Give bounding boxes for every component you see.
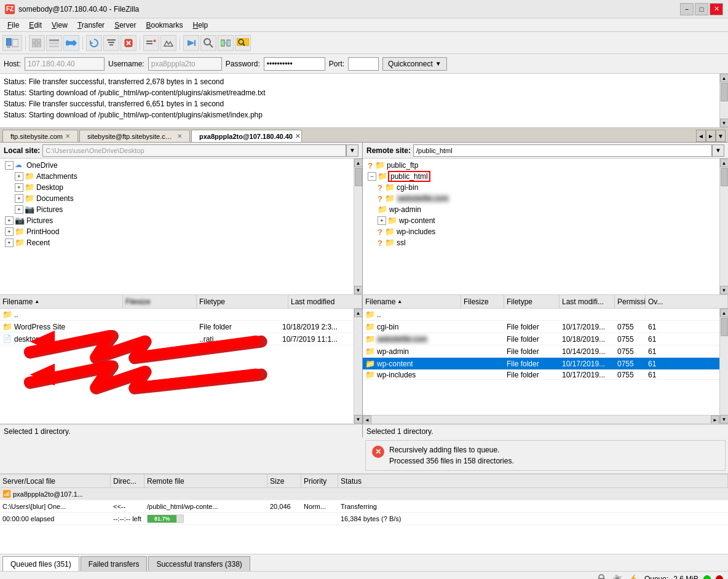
minimize-button[interactable]: − (680, 3, 694, 15)
password-input[interactable] (264, 57, 325, 71)
tab-scroll-right[interactable]: ► (706, 130, 716, 142)
toolbar-view-detail[interactable] (46, 35, 62, 51)
site-tab-2[interactable]: sitebysite@ftp.sitebysite.com@sitebysite… (79, 130, 190, 142)
tree-item-cgi-bin[interactable]: ? 📁 cgi-bin (363, 182, 719, 193)
queue-col-remote[interactable]: Remote file (144, 475, 267, 487)
remote-col-filename[interactable]: Filename ▲ (363, 295, 461, 308)
tree-item-printhood[interactable]: + 📁 PrintHood (0, 226, 354, 237)
tab-scroll-left[interactable]: ◄ (696, 130, 706, 142)
remote-tree-scroll-up[interactable]: ▲ (720, 159, 729, 167)
scroll-up-btn[interactable]: ▲ (720, 74, 729, 82)
scroll-track[interactable] (720, 82, 729, 119)
queue-col-status[interactable]: Status (338, 475, 728, 487)
menu-server[interactable]: Server (109, 20, 141, 31)
local-files-scroll-down[interactable]: ▼ (354, 415, 363, 423)
toolbar-process-queue[interactable] (183, 35, 199, 51)
h-scroll-right[interactable]: ► (711, 416, 719, 423)
remote-file-row-wp-includes[interactable]: 📁 wp-includes File folder 10/17/2019... … (363, 370, 719, 380)
local-col-filename[interactable]: Filename ▲ (0, 295, 123, 308)
toolbar-search[interactable] (235, 35, 251, 51)
local-tree-scroll-thumb[interactable] (355, 168, 362, 186)
local-tree-scroll-up[interactable]: ▲ (354, 159, 363, 167)
menu-view[interactable]: View (47, 20, 73, 31)
queue-col-server[interactable]: Server/Local file (0, 475, 111, 487)
tree-item-documents[interactable]: + 📁 Documents (0, 193, 354, 204)
toolbar-refresh[interactable] (86, 35, 102, 51)
tree-item-onedrive[interactable]: − ☁ OneDrive (0, 160, 354, 171)
queue-row-server[interactable]: 📶 pxa8pppla2to@107.1... (0, 488, 728, 500)
tree-item-wp-includes[interactable]: ? 📁 wp-includes (363, 226, 719, 237)
tree-expand-recent[interactable]: + (5, 238, 14, 247)
h-scroll-track[interactable] (371, 416, 711, 423)
remote-path-dropdown[interactable]: ▼ (712, 144, 724, 157)
local-files-scroll-up[interactable]: ▲ (354, 309, 363, 317)
local-col-filesize[interactable]: Filesize (123, 295, 197, 308)
toolbar-swap-panes[interactable] (63, 35, 79, 51)
toolbar-stop[interactable] (121, 35, 136, 51)
tab-scroll-down[interactable]: ▼ (716, 130, 726, 142)
remote-files-scroll-track[interactable] (720, 317, 729, 415)
tree-item-website-blur[interactable]: ? 📁 websitefile.com (363, 193, 719, 204)
remote-col-ov[interactable]: Ov... (646, 295, 728, 308)
local-col-filetype[interactable]: Filetype (197, 295, 288, 308)
toolbar-compare[interactable] (218, 35, 234, 51)
tree-item-attachments[interactable]: + 📁 Attachments (0, 171, 354, 182)
tab-successful-transfers[interactable]: Successful transfers (338) (148, 556, 250, 571)
remote-files-scroll-thumb[interactable] (721, 318, 728, 336)
remote-col-modified[interactable]: Last modifi... (560, 295, 615, 308)
local-files-scrollbar[interactable]: ▲ ▼ (354, 309, 362, 423)
remote-file-row-cgi-bin[interactable]: 📁 cgi-bin File folder 10/17/2019... 0755… (363, 321, 719, 333)
remote-tree-scrollbar[interactable]: ▲ ▼ (719, 159, 728, 294)
toolbar-find[interactable] (200, 35, 216, 51)
tab-queued-files[interactable]: Queued files (351) (2, 556, 79, 571)
queue-col-direction[interactable]: Direc... (111, 475, 144, 487)
menu-file[interactable]: File (2, 20, 24, 31)
close-button[interactable]: ✕ (710, 3, 723, 15)
tab-failed-transfers[interactable]: Failed transfers (81, 556, 148, 571)
site-tab-2-close[interactable]: ✕ (177, 133, 182, 140)
local-tree-scrollbar[interactable]: ▲ ▼ (354, 159, 362, 294)
scroll-down-btn[interactable]: ▼ (720, 119, 729, 127)
tree-item-wp-content[interactable]: + 📁 wp-content (363, 215, 719, 226)
tree-item-wp-admin[interactable]: 📁 wp-admin (363, 204, 719, 215)
local-tree-scroll-down[interactable]: ▼ (354, 286, 363, 294)
remote-files-scrollbar[interactable]: ▲ ▼ (719, 309, 728, 423)
tree-item-recent[interactable]: + 📁 Recent (0, 237, 354, 248)
site-tab-3-close[interactable]: ✕ (295, 133, 300, 140)
remote-file-row-parent[interactable]: 📁 .. (363, 309, 719, 321)
queue-row-transfer[interactable]: C:\Users\[blur] One... <<-- /public_html… (0, 500, 728, 513)
site-tab-1-close[interactable]: ✕ (65, 133, 70, 140)
tree-expand-onedrive[interactable]: − (5, 161, 14, 170)
gear-icon[interactable] (611, 573, 623, 580)
tree-item-ssl[interactable]: ? 📁 ssl (363, 237, 719, 248)
tree-expand-public-html[interactable]: − (368, 172, 376, 181)
lightning-icon[interactable] (627, 573, 639, 580)
toolbar-site-manager[interactable] (2, 35, 22, 51)
local-col-modified[interactable]: Last modified (288, 295, 362, 308)
port-input[interactable] (348, 57, 379, 71)
tree-item-pictures-root[interactable]: + 📷 Pictures (0, 215, 354, 226)
site-tab-1[interactable]: ftp.sitebysite.com ✕ (2, 130, 78, 142)
tree-expand-pictures-child[interactable]: + (15, 205, 23, 214)
lock-icon[interactable] (595, 573, 607, 580)
menu-help[interactable]: Help (188, 20, 213, 31)
remote-h-scroll[interactable]: ◄ ► (363, 415, 719, 423)
toolbar-speed-limit[interactable] (160, 35, 176, 51)
tree-item-desktop[interactable]: + 📁 Desktop (0, 182, 354, 193)
local-tree-scroll-track[interactable] (354, 167, 363, 286)
menu-transfer[interactable]: Transfer (73, 20, 109, 31)
status-scrollbar[interactable]: ▲ ▼ (719, 74, 728, 127)
remote-col-permissions[interactable]: Permissi... (615, 295, 646, 308)
maximize-button[interactable]: □ (695, 3, 708, 15)
remote-tree-scroll-thumb[interactable] (721, 168, 728, 186)
remote-col-filetype[interactable]: Filetype (504, 295, 560, 308)
site-tab-3[interactable]: pxa8pppla2to@107.180.40.40 ✕ (191, 130, 302, 142)
tree-item-public-ftp[interactable]: ? 📁 public_ftp (363, 160, 719, 171)
remote-file-row-website[interactable]: 📁 websitefile.com File folder 10/18/2019… (363, 333, 719, 345)
scroll-thumb[interactable] (721, 83, 728, 101)
local-path-input[interactable] (42, 144, 346, 157)
local-file-row-parent[interactable]: 📁 .. (0, 309, 354, 321)
h-scroll-left[interactable]: ◄ (363, 416, 371, 423)
toolbar-filter[interactable] (103, 35, 119, 51)
local-path-dropdown[interactable]: ▼ (346, 144, 358, 157)
